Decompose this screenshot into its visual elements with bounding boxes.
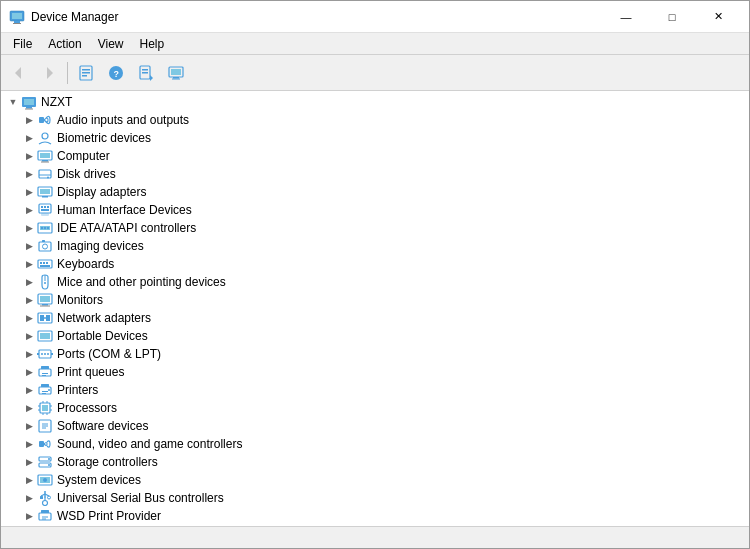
- menu-help[interactable]: Help: [132, 35, 173, 53]
- device-label: Display adapters: [57, 185, 146, 199]
- device-icon: [37, 436, 53, 452]
- tree-item[interactable]: ▶Biometric devices: [1, 129, 749, 147]
- device-manager-window: Device Manager — □ ✕ File Action View He…: [0, 0, 750, 549]
- device-icon: [37, 130, 53, 146]
- forward-button[interactable]: [35, 59, 63, 87]
- update-driver-button[interactable]: [132, 59, 160, 87]
- menu-view[interactable]: View: [90, 35, 132, 53]
- expand-arrow: ▶: [21, 472, 37, 488]
- svg-rect-34: [40, 189, 50, 194]
- maximize-button[interactable]: □: [649, 1, 695, 33]
- expand-arrow: ▶: [21, 292, 37, 308]
- tree-item[interactable]: ▶WSD Print Provider: [1, 507, 749, 525]
- menu-action[interactable]: Action: [40, 35, 89, 53]
- help-button[interactable]: ?: [102, 59, 130, 87]
- tree-item[interactable]: ▶System devices: [1, 471, 749, 489]
- tree-item[interactable]: ▶Audio inputs and outputs: [1, 111, 749, 129]
- tree-item[interactable]: ▶Computer: [1, 147, 749, 165]
- device-tree[interactable]: ▼ NZXT ▶Audio inputs and outputs▶Biometr…: [1, 91, 749, 526]
- tree-item[interactable]: ▶Printers: [1, 381, 749, 399]
- monitor-button[interactable]: [162, 59, 190, 87]
- expand-arrow: ▶: [21, 202, 37, 218]
- window-title: Device Manager: [31, 10, 603, 24]
- svg-point-103: [43, 478, 47, 482]
- device-icon: [37, 274, 53, 290]
- device-label: Portable Devices: [57, 329, 148, 343]
- svg-rect-76: [42, 375, 46, 376]
- tree-item[interactable]: ▶Processors: [1, 399, 749, 417]
- tree-item[interactable]: ▶Universal Serial Bus controllers: [1, 489, 749, 507]
- tree-item[interactable]: ▶Monitors: [1, 291, 749, 309]
- root-icon: [21, 94, 37, 110]
- device-label: Storage controllers: [57, 455, 158, 469]
- device-icon: [37, 418, 53, 434]
- tree-item[interactable]: ▶Ports (COM & LPT): [1, 345, 749, 363]
- app-icon: [9, 9, 25, 25]
- svg-rect-23: [25, 109, 33, 110]
- expand-arrow: ▶: [21, 400, 37, 416]
- device-label: Ports (COM & LPT): [57, 347, 161, 361]
- device-icon: [37, 238, 53, 254]
- tree-item[interactable]: ▶Human Interface Devices: [1, 201, 749, 219]
- svg-rect-52: [43, 262, 45, 264]
- back-icon: [10, 64, 28, 82]
- tree-item[interactable]: ▶Disk drives: [1, 165, 749, 183]
- toolbar: ?: [1, 55, 749, 91]
- svg-rect-19: [172, 78, 180, 79]
- menu-file[interactable]: File: [5, 35, 40, 53]
- tree-item[interactable]: ▶Mice and other pointing devices: [1, 273, 749, 291]
- device-label: Print queues: [57, 365, 124, 379]
- svg-rect-54: [40, 265, 50, 267]
- expand-arrow: ▶: [21, 436, 37, 452]
- tree-item[interactable]: ▶Keyboards: [1, 255, 749, 273]
- svg-rect-29: [41, 162, 49, 163]
- device-label: Network adapters: [57, 311, 151, 325]
- tree-item[interactable]: ▶Sound, video and game controllers: [1, 435, 749, 453]
- tree-item[interactable]: ▶Network adapters: [1, 309, 749, 327]
- svg-rect-27: [40, 153, 50, 158]
- svg-rect-37: [41, 206, 43, 208]
- tree-item[interactable]: ▶Portable Devices: [1, 327, 749, 345]
- expand-arrow: ▶: [21, 274, 37, 290]
- device-icon: [37, 454, 53, 470]
- svg-rect-62: [40, 315, 44, 321]
- device-label: Human Interface Devices: [57, 203, 192, 217]
- expand-arrow: ▶: [21, 238, 37, 254]
- window-controls: — □ ✕: [603, 1, 741, 33]
- device-icon: [37, 202, 53, 218]
- svg-rect-3: [13, 23, 21, 24]
- monitor-icon: [168, 65, 184, 81]
- toolbar-separator-1: [67, 62, 68, 84]
- svg-rect-107: [40, 496, 43, 499]
- svg-point-32: [47, 177, 49, 179]
- svg-rect-7: [82, 69, 90, 71]
- device-icon: [37, 256, 53, 272]
- close-button[interactable]: ✕: [695, 1, 741, 33]
- minimize-button[interactable]: —: [603, 1, 649, 33]
- svg-point-108: [48, 496, 51, 499]
- expand-arrow: ▶: [21, 418, 37, 434]
- device-label: System devices: [57, 473, 141, 487]
- svg-rect-1: [12, 13, 22, 19]
- svg-rect-41: [41, 213, 49, 216]
- expand-arrow: ▶: [21, 508, 37, 524]
- tree-root[interactable]: ▼ NZXT: [1, 93, 749, 111]
- device-label: Processors: [57, 401, 117, 415]
- svg-rect-59: [42, 304, 48, 306]
- menu-bar: File Action View Help: [1, 33, 749, 55]
- tree-item[interactable]: ▶IDE ATA/ATAPI controllers: [1, 219, 749, 237]
- svg-rect-49: [42, 240, 45, 242]
- properties-button[interactable]: [72, 59, 100, 87]
- tree-item[interactable]: ▶Display adapters: [1, 183, 749, 201]
- device-label: Universal Serial Bus controllers: [57, 491, 224, 505]
- properties-icon: [78, 65, 94, 81]
- tree-item[interactable]: ▶Storage controllers: [1, 453, 749, 471]
- device-label: Monitors: [57, 293, 103, 307]
- tree-item[interactable]: ▶Software devices: [1, 417, 749, 435]
- back-button[interactable]: [5, 59, 33, 87]
- tree-item[interactable]: ▶Imaging devices: [1, 237, 749, 255]
- tree-item[interactable]: ▶Print queues: [1, 363, 749, 381]
- svg-rect-112: [41, 510, 49, 513]
- svg-rect-9: [82, 75, 87, 77]
- svg-point-46: [47, 227, 49, 229]
